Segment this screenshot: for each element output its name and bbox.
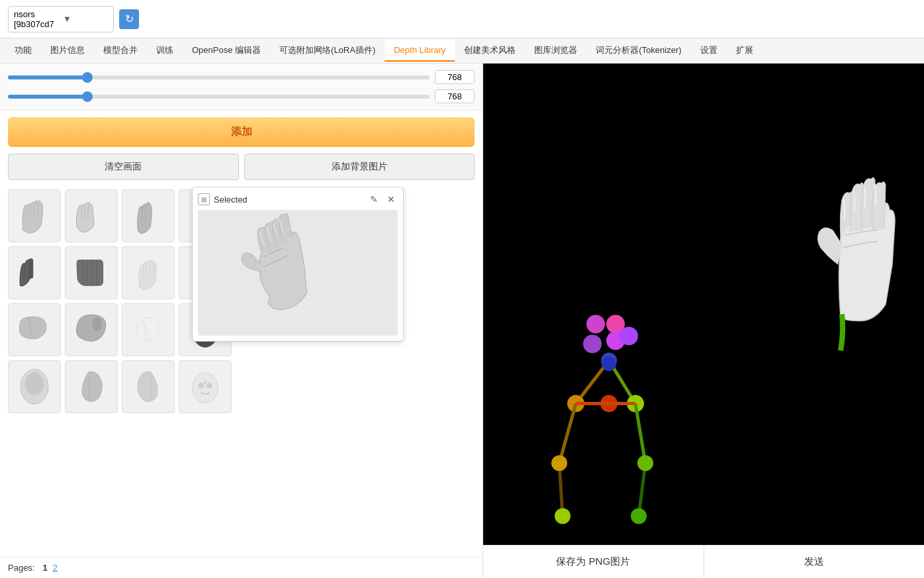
svg-point-25 bbox=[555, 508, 571, 524]
svg-point-12 bbox=[583, 335, 602, 354]
slider-row-width bbox=[8, 70, 475, 84]
slider-row-height bbox=[8, 89, 475, 103]
tab-model-merge[interactable]: 模型合并 bbox=[94, 39, 147, 63]
sliders-area bbox=[0, 64, 483, 111]
grid-item-1[interactable] bbox=[65, 189, 118, 242]
model-selector[interactable]: nsors [9b307cd7 ▼ bbox=[8, 6, 114, 32]
tab-image-info[interactable]: 图片信息 bbox=[41, 39, 94, 63]
svg-point-28 bbox=[637, 456, 653, 471]
svg-point-10 bbox=[586, 315, 605, 334]
svg-point-8 bbox=[207, 383, 212, 389]
tab-art-style[interactable]: 创建美术风格 bbox=[455, 39, 525, 63]
popup-image bbox=[198, 210, 398, 336]
svg-point-7 bbox=[199, 383, 205, 389]
grid-item-15[interactable] bbox=[179, 360, 232, 413]
svg-point-30 bbox=[602, 357, 616, 371]
height-slider[interactable] bbox=[8, 95, 430, 99]
grid-item-14[interactable] bbox=[122, 360, 175, 413]
model-selector-text: nsors [9b307cd7 bbox=[14, 9, 59, 29]
svg-point-6 bbox=[193, 373, 218, 403]
grid-item-13[interactable] bbox=[65, 360, 118, 413]
tab-settings[interactable]: 设置 bbox=[691, 39, 727, 63]
grid-item-0[interactable] bbox=[8, 189, 61, 242]
grid-item-12[interactable] bbox=[8, 360, 61, 413]
popup-title: Selected bbox=[214, 195, 367, 205]
popup-actions: ✎ ✕ bbox=[367, 193, 398, 206]
grid-item-4[interactable] bbox=[8, 246, 61, 299]
refresh-button[interactable]: ↻ bbox=[119, 9, 139, 29]
svg-rect-0 bbox=[28, 258, 33, 279]
library-area[interactable]: ⊞ Selected ✎ ✕ bbox=[0, 187, 483, 557]
clear-canvas-button[interactable]: 清空画面 bbox=[8, 154, 239, 180]
grid-item-9[interactable] bbox=[65, 303, 118, 356]
svg-point-5 bbox=[25, 372, 44, 395]
chevron-down-icon: ▼ bbox=[63, 14, 108, 24]
width-value-input[interactable] bbox=[435, 70, 475, 84]
page-1[interactable]: 1 bbox=[42, 563, 47, 573]
popup-icon: ⊞ bbox=[198, 193, 210, 205]
tab-gallery[interactable]: 图库浏览器 bbox=[525, 39, 586, 63]
save-png-button[interactable]: 保存为 PNG图片 bbox=[483, 546, 704, 578]
selected-popup: ⊞ Selected ✎ ✕ bbox=[192, 187, 404, 342]
bottom-buttons: 保存为 PNG图片 发送 bbox=[483, 545, 924, 578]
tab-tokenizer[interactable]: 词元分析器(Tokenizer) bbox=[586, 39, 690, 63]
tab-train[interactable]: 训练 bbox=[147, 39, 183, 63]
height-value-input[interactable] bbox=[435, 89, 475, 103]
page-2[interactable]: 2 bbox=[53, 563, 58, 573]
tab-openpose[interactable]: OpenPose 编辑器 bbox=[183, 39, 270, 63]
grid-item-6[interactable] bbox=[122, 246, 175, 299]
send-button[interactable]: 发送 bbox=[704, 546, 925, 578]
right-panel: 保存为 PNG图片 发送 bbox=[483, 64, 924, 578]
grid-item-10[interactable] bbox=[122, 303, 175, 356]
popup-header: ⊞ Selected ✎ ✕ bbox=[198, 193, 398, 206]
refresh-icon: ↻ bbox=[125, 13, 134, 25]
width-slider[interactable] bbox=[8, 75, 430, 79]
pagination: Pages: 1 2 bbox=[0, 557, 483, 578]
grid-item-5[interactable] bbox=[65, 246, 118, 299]
tab-features[interactable]: 功能 bbox=[5, 39, 41, 63]
pages-label: Pages: bbox=[8, 563, 34, 573]
left-panel: 添加 清空画面 添加背景图片 bbox=[0, 64, 483, 578]
svg-point-14 bbox=[620, 327, 638, 346]
svg-point-29 bbox=[631, 508, 647, 524]
popup-edit-button[interactable]: ✎ bbox=[367, 193, 381, 206]
grid-item-2[interactable] bbox=[122, 189, 175, 242]
tab-extensions[interactable]: 扩展 bbox=[727, 39, 762, 63]
tab-bar: 功能 图片信息 模型合并 训练 OpenPose 编辑器 可选附加网络(LoRA… bbox=[0, 38, 924, 64]
svg-point-24 bbox=[551, 456, 567, 471]
add-bg-button[interactable]: 添加背景图片 bbox=[244, 154, 475, 180]
canvas-area[interactable] bbox=[483, 64, 924, 545]
tab-lora[interactable]: 可选附加网络(LoRA插件) bbox=[270, 39, 385, 63]
main-content: 添加 清空画面 添加背景图片 bbox=[0, 64, 924, 578]
control-row: 清空画面 添加背景图片 bbox=[8, 154, 475, 180]
top-bar: nsors [9b307cd7 ▼ ↻ bbox=[0, 0, 924, 38]
tab-depth-library[interactable]: Depth Library bbox=[385, 40, 455, 62]
grid-item-8[interactable] bbox=[8, 303, 61, 356]
popup-close-button[interactable]: ✕ bbox=[385, 193, 398, 206]
svg-point-1 bbox=[93, 317, 102, 331]
add-button[interactable]: 添加 bbox=[8, 117, 475, 147]
